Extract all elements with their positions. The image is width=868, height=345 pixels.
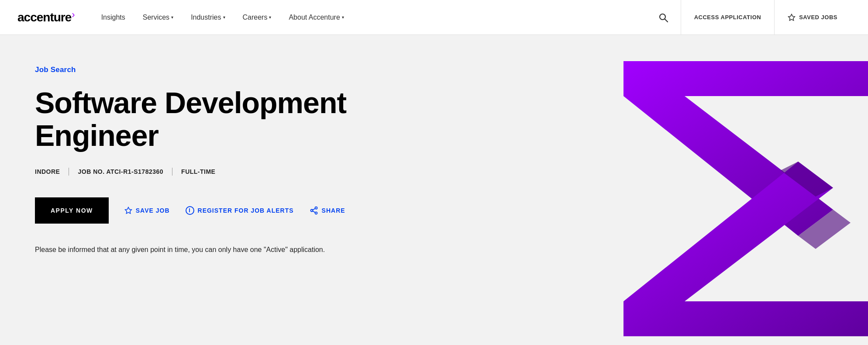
svg-line-8 (313, 208, 315, 210)
share-icon (310, 206, 318, 215)
meta-separator (69, 168, 69, 176)
chevron-down-icon: ▾ (342, 15, 344, 20)
saved-jobs-button[interactable]: SAVED JOBS (775, 0, 851, 35)
job-type: FULL-TIME (181, 168, 215, 175)
chevron-down-icon: ▾ (171, 15, 173, 20)
star-icon (788, 14, 796, 21)
job-location: INDORE (35, 168, 60, 175)
nav-item-industries[interactable]: Industries ▾ (191, 14, 225, 21)
register-alerts-button[interactable]: i REGISTER FOR JOB ALERTS (186, 206, 294, 215)
logo-arrow-icon: › (72, 9, 75, 21)
job-number: JOB NO. ATCI-R1-S1782360 (78, 168, 163, 175)
nav-links: Insights Services ▾ Industries ▾ Careers… (101, 14, 646, 21)
share-button[interactable]: SHARE (310, 206, 345, 215)
svg-marker-3 (125, 207, 131, 213)
nav-item-careers[interactable]: Careers ▾ (243, 14, 272, 21)
hero-content: Job Search Software Development Engineer… (35, 66, 428, 255)
nav-item-insights[interactable]: Insights (101, 14, 125, 21)
navbar: accenture› Insights Services ▾ Industrie… (0, 0, 868, 35)
chevron-down-icon: ▾ (223, 15, 225, 20)
hero-section: Job Search Software Development Engineer… (0, 35, 868, 345)
svg-line-7 (313, 211, 315, 212)
job-meta: INDORE JOB NO. ATCI-R1-S1782360 FULL-TIM… (35, 168, 428, 176)
search-icon (658, 12, 668, 23)
chevron-down-icon: ▾ (269, 15, 271, 20)
search-button[interactable] (646, 0, 681, 35)
svg-line-1 (665, 19, 668, 22)
save-star-icon (124, 207, 132, 214)
logo[interactable]: accenture› (17, 10, 75, 24)
svg-marker-2 (789, 14, 795, 20)
nav-item-about[interactable]: About Accenture ▾ (289, 14, 344, 21)
nav-right: ACCESS APPLICATION SAVED JOBS (646, 0, 851, 35)
breadcrumb[interactable]: Job Search (35, 66, 428, 74)
meta-separator (172, 168, 172, 176)
hero-graphic-arrow (589, 61, 868, 336)
access-application-button[interactable]: ACCESS APPLICATION (681, 0, 775, 35)
job-title: Software Development Engineer (35, 86, 428, 152)
logo-text: accenture (17, 10, 71, 24)
actions-row: APPLY NOW SAVE JOB i REGISTER FOR JOB AL… (35, 197, 428, 224)
save-job-button[interactable]: SAVE JOB (124, 207, 170, 214)
nav-item-services[interactable]: Services ▾ (143, 14, 173, 21)
notice-text: Please be informed that at any given poi… (35, 245, 367, 255)
apply-now-button[interactable]: APPLY NOW (35, 197, 109, 224)
info-icon: i (186, 206, 194, 215)
